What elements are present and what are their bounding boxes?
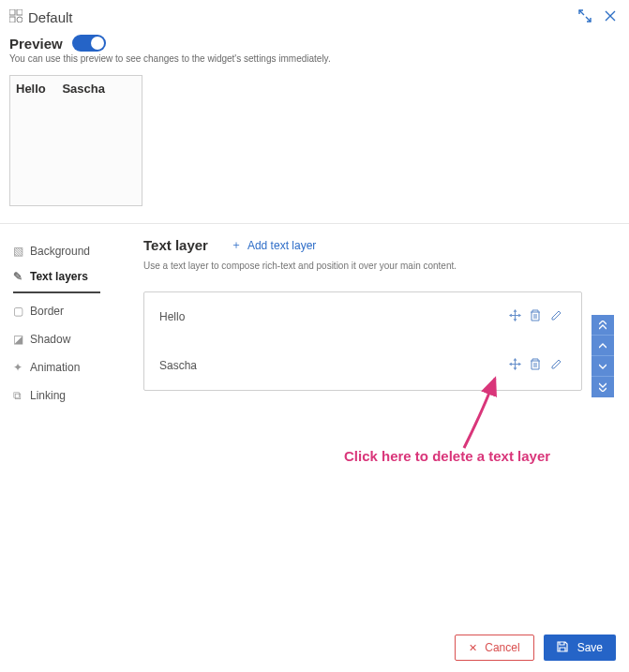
preview-hint: You can use this preview to see changes …	[0, 53, 629, 71]
sidenav-item-background[interactable]: ▧ Background	[13, 237, 117, 265]
close-icon[interactable]	[605, 10, 616, 24]
shadow-icon: ◪	[13, 333, 30, 346]
animation-icon: ✦	[13, 361, 30, 374]
cancel-label: Cancel	[485, 641, 519, 654]
text-layer-row: Hello	[144, 292, 581, 341]
move-top-button[interactable]	[592, 315, 614, 336]
sidenav-item-shadow[interactable]: ◪ Shadow	[13, 325, 117, 353]
cancel-button[interactable]: ✕ Cancel	[455, 635, 533, 661]
preview-text-2: Sascha	[62, 82, 105, 96]
expand-icon[interactable]	[578, 9, 592, 25]
sidenav-item-text-layers[interactable]: ✎ Text layers	[13, 265, 100, 293]
preview-canvas: Hello Sascha	[9, 75, 142, 206]
preview-toggle[interactable]	[72, 35, 106, 52]
save-button[interactable]: Save	[544, 635, 616, 661]
preview-text-1: Hello	[16, 82, 46, 96]
annotation-text: Click here to delete a text layer	[344, 448, 550, 464]
svg-rect-1	[17, 9, 22, 15]
sidenav-item-label: Shadow	[30, 333, 70, 346]
move-bottom-button[interactable]	[592, 377, 614, 397]
svg-rect-0	[9, 9, 15, 15]
sidenav-item-label: Text layers	[30, 270, 88, 283]
add-text-layer-link[interactable]: ＋ Add text layer	[231, 237, 316, 253]
widget-icon	[9, 9, 22, 25]
delete-layer-icon[interactable]	[525, 309, 546, 324]
add-text-layer-label: Add text layer	[247, 239, 316, 252]
plus-icon: ＋	[231, 237, 242, 253]
preview-label: Preview	[9, 36, 63, 52]
section-title: Text layer	[143, 237, 208, 253]
border-icon: ▢	[13, 305, 30, 318]
svg-point-3	[17, 17, 22, 22]
close-icon: ✕	[469, 642, 477, 654]
edit-layer-icon[interactable]	[546, 309, 566, 324]
section-description: Use a text layer to compose rich-text an…	[143, 261, 629, 271]
move-down-button[interactable]	[592, 356, 614, 377]
sidenav-item-linking[interactable]: ⧉ Linking	[13, 381, 117, 410]
sidenav-item-animation[interactable]: ✦ Animation	[13, 353, 117, 381]
svg-rect-2	[9, 17, 15, 22]
move-up-button[interactable]	[592, 336, 614, 356]
save-label: Save	[577, 641, 603, 654]
sidenav-item-label: Border	[30, 305, 64, 318]
edit-layer-icon[interactable]	[546, 358, 566, 373]
save-icon	[557, 641, 568, 655]
reorder-buttons	[592, 315, 614, 397]
page-title: Default	[28, 9, 73, 25]
text-layer-row: Sascha	[144, 341, 581, 390]
settings-sidenav: ▧ Background ✎ Text layers ▢ Border ◪ Sh…	[0, 224, 117, 410]
move-layer-icon[interactable]	[504, 309, 525, 324]
layer-name: Hello	[159, 310, 504, 323]
text-layers-list: Hello Sascha	[143, 291, 582, 391]
text-layers-icon: ✎	[13, 270, 30, 283]
sidenav-item-label: Linking	[30, 389, 66, 402]
image-icon: ▧	[13, 245, 30, 258]
delete-layer-icon[interactable]	[525, 358, 546, 373]
link-icon: ⧉	[13, 389, 30, 402]
sidenav-item-label: Background	[30, 245, 90, 258]
layer-name: Sascha	[159, 359, 504, 372]
sidenav-item-border[interactable]: ▢ Border	[13, 297, 117, 325]
sidenav-item-label: Animation	[30, 361, 80, 374]
move-layer-icon[interactable]	[504, 358, 525, 373]
